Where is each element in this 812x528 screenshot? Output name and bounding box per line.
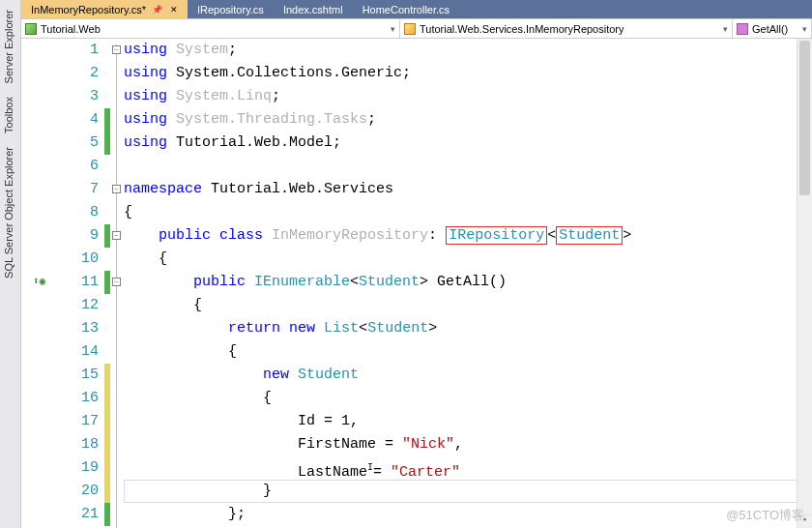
code-line[interactable]: { [124, 248, 812, 271]
code-line[interactable]: using System.Threading.Tasks; [124, 108, 812, 132]
line-number: 11 [56, 271, 99, 294]
file-tab[interactable]: HomeController.cs [353, 0, 459, 18]
line-number: 2 [56, 62, 99, 85]
line-number: 21 [56, 503, 99, 526]
tab-bar-filler [459, 0, 812, 18]
code-line[interactable]: { [124, 201, 812, 224]
nav-class-dropdown[interactable]: Tutorial.Web.Services.InMemoryRepository… [400, 19, 733, 38]
code-line[interactable]: return new List<Student> [124, 317, 812, 340]
line-number: 10 [56, 248, 99, 271]
code-area[interactable]: using System;using System.Collections.Ge… [124, 39, 812, 528]
line-number-gutter: 12345678910111213141516171819202122 [56, 39, 104, 528]
sidebar-sql-server-object-explorer[interactable]: SQL Server Object Explorer [0, 143, 20, 282]
code-line[interactable]: }; [124, 503, 812, 526]
code-line[interactable]: } [124, 480, 812, 503]
nav-class-label: Tutorial.Web.Services.InMemoryRepository [420, 23, 624, 35]
code-line[interactable]: public class InMemoryRepository: IReposi… [124, 224, 812, 248]
line-number: 13 [56, 317, 99, 340]
code-line[interactable]: LastNameI= "Carter" [124, 456, 812, 480]
fold-toggle[interactable]: − [112, 45, 121, 54]
code-line[interactable]: public IEnumerable<Student> GetAll() [124, 271, 812, 294]
file-tab[interactable]: IRepository.cs [188, 0, 274, 18]
line-number: 14 [56, 340, 99, 364]
line-number: 19 [56, 456, 99, 480]
implements-glyph-icon[interactable]: ⬆◉ [33, 275, 45, 287]
code-line[interactable]: using System.Collections.Generic; [124, 62, 812, 85]
line-number: 7 [56, 178, 99, 201]
chevron-down-icon: ▾ [391, 24, 395, 34]
file-tab-label: Index.cshtml [283, 4, 343, 15]
file-tab-label: HomeController.cs [362, 4, 450, 15]
navigation-bar: Tutorial.Web ▾ Tutorial.Web.Services.InM… [21, 19, 812, 39]
line-number: 1 [56, 39, 99, 62]
glyph-margin: ⬆◉ [21, 39, 56, 528]
watermark: @51CTO博客 [726, 507, 804, 524]
fold-toggle[interactable]: − [112, 185, 121, 193]
code-line[interactable]: new Student [124, 364, 812, 387]
side-toolbars: Server Explorer Toolbox SQL Server Objec… [0, 0, 21, 528]
line-number: 20 [56, 480, 99, 503]
outline-column: −−−− [110, 39, 124, 528]
code-line[interactable]: Id = 1, [124, 410, 812, 433]
line-number: 6 [56, 155, 99, 178]
fold-toggle[interactable]: − [112, 231, 121, 240]
nav-project-dropdown[interactable]: Tutorial.Web ▾ [21, 19, 400, 38]
nav-project-label: Tutorial.Web [41, 23, 101, 35]
line-number: 9 [56, 224, 99, 248]
sidebar-server-explorer[interactable]: Server Explorer [0, 6, 20, 87]
file-tab-label: IRepository.cs [197, 4, 264, 15]
project-icon [25, 23, 37, 35]
class-icon [404, 23, 416, 35]
line-number: 5 [56, 132, 99, 155]
sidebar-toolbox[interactable]: Toolbox [0, 93, 20, 137]
line-number: 18 [56, 433, 99, 456]
line-number: 16 [56, 387, 99, 410]
vertical-scrollbar[interactable]: ▴ ▪ [797, 39, 812, 528]
method-icon [737, 23, 748, 35]
line-number: 12 [56, 294, 99, 317]
line-number: 4 [56, 108, 99, 132]
line-number: 3 [56, 85, 99, 108]
line-number: 15 [56, 364, 99, 387]
nav-member-label: GetAll() [752, 23, 788, 35]
chevron-down-icon: ▾ [802, 24, 807, 34]
line-number: 8 [56, 201, 99, 224]
code-line[interactable]: FirstName = "Nick", [124, 433, 812, 456]
file-tab-active[interactable]: InMemoryRepository.cs* 📌 ✕ [21, 0, 188, 18]
nav-member-dropdown[interactable]: GetAll() ▾ [733, 19, 812, 38]
file-tab-bar: InMemoryRepository.cs* 📌 ✕ IRepository.c… [21, 0, 812, 19]
scrollbar-thumb[interactable] [799, 41, 810, 195]
code-line[interactable]: { [124, 340, 812, 364]
file-tab-label: InMemoryRepository.cs* [31, 4, 146, 15]
fold-toggle[interactable]: − [112, 278, 121, 286]
line-number: 17 [56, 410, 99, 433]
code-line[interactable]: { [124, 387, 812, 410]
code-line[interactable]: using System; [124, 39, 812, 62]
file-tab[interactable]: Index.cshtml [274, 0, 353, 18]
code-line[interactable]: using System.Linq; [124, 85, 812, 108]
code-line[interactable]: { [124, 294, 812, 317]
code-editor[interactable]: ⬆◉ 12345678910111213141516171819202122 −… [21, 39, 812, 528]
close-icon[interactable]: ✕ [170, 5, 178, 15]
code-line[interactable] [124, 155, 812, 178]
code-line[interactable]: using Tutorial.Web.Model; [124, 132, 812, 155]
code-line[interactable]: namespace Tutorial.Web.Services [124, 178, 812, 201]
pin-icon[interactable]: 📌 [152, 5, 162, 15]
chevron-down-icon: ▾ [723, 24, 728, 34]
